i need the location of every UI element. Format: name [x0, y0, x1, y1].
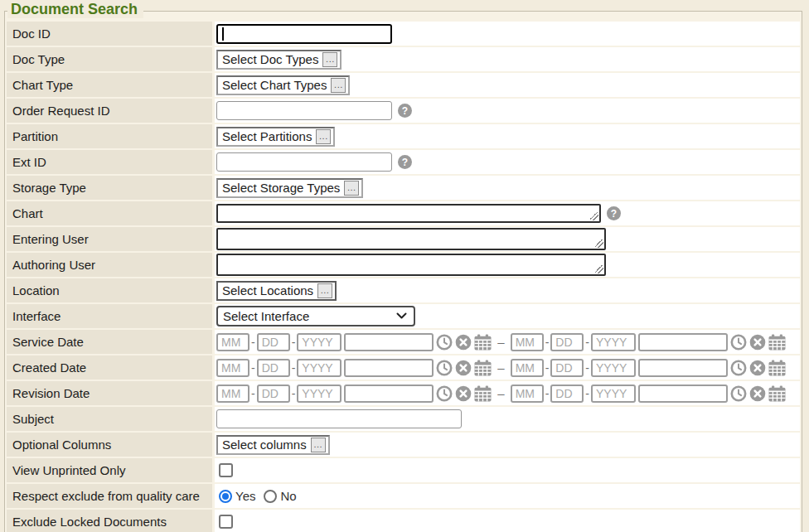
- chart-textarea[interactable]: [216, 204, 601, 223]
- clear-icon[interactable]: [455, 385, 472, 402]
- chart-type-picker-button[interactable]: Select Chart Types ...: [216, 75, 350, 95]
- partition-label: Partition: [7, 124, 212, 148]
- service-date-start-day-input[interactable]: [257, 333, 290, 351]
- clock-icon[interactable]: [730, 360, 747, 376]
- text-caret: [222, 27, 224, 41]
- revision-date-start-day-input[interactable]: [257, 384, 290, 403]
- calendar-icon[interactable]: [768, 385, 786, 402]
- doc-id-cell: [215, 22, 800, 46]
- order-request-id-input[interactable]: [216, 101, 392, 120]
- respect-exclude-yes-label: Yes: [235, 489, 255, 503]
- service-date-start-year-input[interactable]: [297, 333, 342, 351]
- optional-columns-picker-button[interactable]: Select columns ...: [216, 435, 330, 455]
- date-separator: -: [251, 361, 255, 375]
- clock-icon[interactable]: [730, 385, 747, 402]
- ellipsis-icon[interactable]: ...: [322, 52, 337, 67]
- revision-date-end-month-input[interactable]: [511, 384, 544, 403]
- respect-exclude-no-radio[interactable]: [264, 490, 277, 503]
- clear-icon[interactable]: [455, 360, 472, 376]
- clear-icon[interactable]: [749, 385, 766, 402]
- service-date-label: Service Date: [7, 330, 212, 354]
- storage-type-picker-button[interactable]: Select Storage Types ...: [216, 178, 363, 198]
- date-separator: -: [251, 387, 255, 400]
- exclude-locked-checkbox[interactable]: [219, 515, 233, 529]
- clock-icon[interactable]: [436, 334, 453, 351]
- ellipsis-icon[interactable]: ...: [317, 283, 332, 298]
- created-date-end-month-input[interactable]: [511, 359, 544, 377]
- calendar-icon[interactable]: [768, 360, 786, 376]
- authoring-user-textarea[interactable]: [216, 254, 606, 276]
- created-date-start-time-input[interactable]: [344, 359, 434, 377]
- service-date-end-day-input[interactable]: [550, 333, 584, 351]
- ellipsis-icon[interactable]: ...: [331, 78, 346, 93]
- subject-input[interactable]: [216, 409, 462, 428]
- storage-type-cell: Select Storage Types ...: [215, 176, 800, 200]
- chart-type-label: Chart Type: [7, 73, 212, 97]
- help-icon[interactable]: ?: [607, 206, 621, 220]
- calendar-icon[interactable]: [474, 385, 492, 402]
- clear-icon[interactable]: [455, 334, 472, 351]
- subject-cell: [215, 407, 800, 431]
- calendar-icon[interactable]: [474, 334, 492, 351]
- revision-date-end-day-input[interactable]: [550, 384, 584, 403]
- created-date-start-day-input[interactable]: [257, 359, 290, 377]
- service-date-start-time-input[interactable]: [344, 333, 434, 351]
- created-date-label: Created Date: [7, 355, 212, 380]
- help-icon[interactable]: ?: [398, 104, 412, 118]
- clock-icon[interactable]: [730, 334, 747, 351]
- view-unprinted-only-checkbox[interactable]: [219, 463, 233, 477]
- respect-exclude-no-label: No: [280, 489, 296, 503]
- view-unprinted-only-cell: [215, 458, 800, 482]
- location-picker-button[interactable]: Select Locations ...: [216, 281, 337, 301]
- optional-columns-label: Optional Columns: [7, 433, 212, 457]
- resize-grip-icon[interactable]: [595, 239, 603, 248]
- revision-date-end-year-input[interactable]: [591, 384, 636, 403]
- created-date-start-month-input[interactable]: [216, 359, 249, 377]
- ext-id-input[interactable]: [216, 152, 392, 172]
- chart-type-cell: Select Chart Types ...: [215, 73, 800, 97]
- help-icon[interactable]: ?: [398, 155, 412, 169]
- calendar-icon[interactable]: [474, 360, 492, 376]
- doc-id-input[interactable]: [216, 24, 392, 44]
- date-separator: -: [585, 387, 589, 400]
- clock-icon[interactable]: [436, 360, 453, 376]
- date-separator: -: [545, 361, 550, 375]
- revision-date-start-time-input[interactable]: [344, 384, 434, 403]
- created-date-end-time-input[interactable]: [638, 359, 728, 377]
- chevron-down-icon: [396, 312, 407, 320]
- interface-select[interactable]: Select Interface: [216, 306, 415, 326]
- ellipsis-icon[interactable]: ...: [311, 438, 326, 452]
- ellipsis-icon[interactable]: ...: [344, 181, 359, 196]
- clear-icon[interactable]: [749, 334, 766, 351]
- created-date-start-year-input[interactable]: [297, 359, 342, 377]
- range-separator: –: [497, 335, 504, 349]
- calendar-icon[interactable]: [768, 334, 786, 351]
- created-date-end-year-input[interactable]: [591, 359, 636, 377]
- location-picker-label: Select Locations: [222, 283, 313, 297]
- service-date-cell: - - – - -: [215, 330, 800, 354]
- exclude-locked-cell: [215, 510, 800, 532]
- respect-exclude-yes-radio[interactable]: [219, 490, 232, 503]
- service-date-end-year-input[interactable]: [591, 333, 636, 351]
- revision-date-start-month-input[interactable]: [216, 384, 249, 403]
- search-form: Doc ID Doc Type Select Doc Types ... Cha…: [7, 22, 800, 532]
- created-date-end-day-input[interactable]: [550, 359, 584, 377]
- partition-picker-button[interactable]: Select Partitions ...: [216, 127, 335, 147]
- respect-exclude-cell: Yes No: [215, 484, 800, 508]
- clock-icon[interactable]: [436, 385, 453, 402]
- clear-icon[interactable]: [749, 360, 766, 376]
- entering-user-textarea[interactable]: [216, 228, 606, 250]
- resize-grip-icon[interactable]: [595, 265, 603, 273]
- revision-date-start-year-input[interactable]: [297, 384, 342, 403]
- service-date-end-time-input[interactable]: [638, 333, 728, 351]
- revision-date-end-time-input[interactable]: [638, 384, 728, 403]
- resize-grip-icon[interactable]: [590, 212, 598, 220]
- authoring-user-label: Authoring User: [7, 253, 212, 277]
- range-separator: –: [497, 386, 504, 400]
- service-date-start-month-input[interactable]: [216, 333, 249, 351]
- partition-picker-label: Select Partitions: [222, 129, 312, 143]
- doc-type-picker-button[interactable]: Select Doc Types ...: [216, 50, 342, 70]
- ellipsis-icon[interactable]: ...: [316, 129, 331, 144]
- service-date-end-month-input[interactable]: [511, 333, 544, 351]
- ext-id-label: Ext ID: [7, 150, 212, 174]
